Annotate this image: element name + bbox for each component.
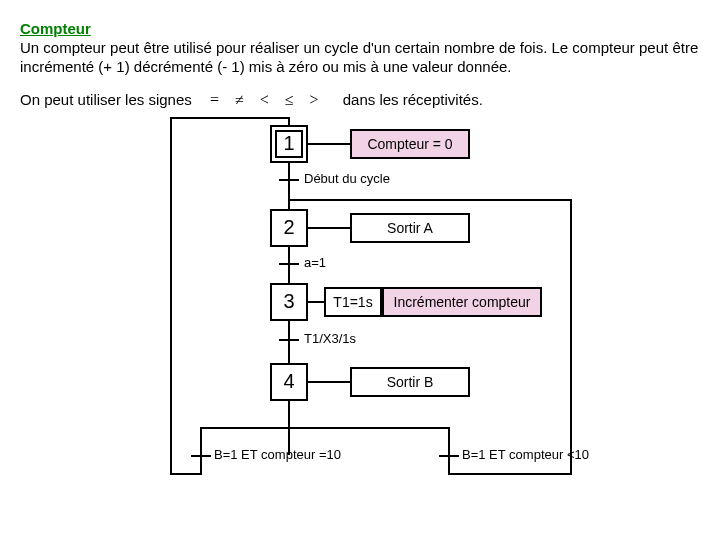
loop-left-vertical [170,117,172,473]
loop-top-right [288,199,572,201]
branch-left-label: B=1 ET compteur =10 [214,447,341,462]
grafcet-diagram: 1 Compteur = 0 Début du cycle 2 Sortir A… [140,117,680,487]
step-3-number: 3 [283,290,294,313]
step-4-box: 4 [270,363,308,401]
signs-after: dans les réceptivités. [343,91,483,108]
step-3-action-text: Incrémenter compteur [394,294,531,310]
step-3-link [308,301,324,303]
signs-paragraph: On peut utiliser les signes = ≠ < ≤ > da… [20,91,700,109]
transition-1-label: Début du cycle [304,171,390,186]
step-4-action-text: Sortir B [387,374,434,390]
step-2-number: 2 [283,216,294,239]
step-3-box: 3 [270,283,308,321]
step-1-action: Compteur = 0 [350,129,470,159]
transition-3-label: T1/X3/1s [304,331,356,346]
transition-2-bar [279,263,299,265]
step-4-number: 4 [283,370,294,393]
step-1-link [308,143,350,145]
step-3-action-pre-text: T1=1s [333,294,372,310]
step-2-action: Sortir A [350,213,470,243]
comparison-signs: = ≠ < ≤ > [196,91,339,108]
branch-right-connect [448,473,572,475]
step-2-box: 2 [270,209,308,247]
transition-3-bar [279,339,299,341]
signs-before: On peut utiliser les signes [20,91,192,108]
or-divergence-bar [200,427,450,429]
step-2-link [308,227,350,229]
branch-left-connect [170,473,202,475]
section-title: Compteur [20,20,700,37]
step-3-action-pre: T1=1s [324,287,382,317]
step-4-link [308,381,350,383]
step-2-action-text: Sortir A [387,220,433,236]
branch-right-post [448,455,450,473]
step-1-box: 1 [270,125,308,163]
branch-right-vertical [448,427,450,455]
intro-paragraph: Un compteur peut être utilisé pour réali… [20,39,700,77]
branch-left-post [200,455,202,473]
transition-1-bar [279,179,299,181]
loop-right-vertical [570,199,572,473]
step-1-number: 1 [283,132,294,155]
loop-top-left [170,117,290,119]
branch-left-vertical [200,427,202,455]
step-1-action-text: Compteur = 0 [367,136,452,152]
step-3-action: Incrémenter compteur [382,287,542,317]
branch-right-label: B=1 ET compteur <10 [462,447,589,462]
step-4-action: Sortir B [350,367,470,397]
transition-2-label: a=1 [304,255,326,270]
